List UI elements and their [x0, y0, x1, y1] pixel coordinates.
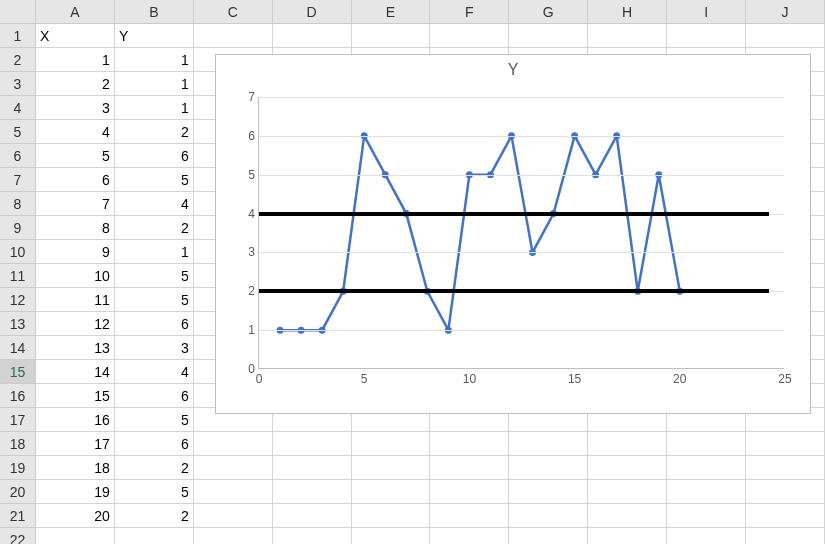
col-header-H[interactable]: H: [588, 0, 667, 24]
cell-C1[interactable]: [194, 24, 273, 48]
cell-D20[interactable]: [273, 480, 352, 504]
cell-B9[interactable]: 2: [115, 216, 194, 240]
cell-A6[interactable]: 5: [36, 144, 115, 168]
cell-A13[interactable]: 12: [36, 312, 115, 336]
cell-A5[interactable]: 4: [36, 120, 115, 144]
cell-J20[interactable]: [746, 480, 825, 504]
cell-A18[interactable]: 17: [36, 432, 115, 456]
cell-G19[interactable]: [509, 456, 588, 480]
select-all-corner[interactable]: [0, 0, 36, 24]
cell-B5[interactable]: 2: [115, 120, 194, 144]
row-header-5[interactable]: 5: [0, 120, 36, 144]
cell-A2[interactable]: 1: [36, 48, 115, 72]
cell-B10[interactable]: 1: [115, 240, 194, 264]
cell-B11[interactable]: 5: [115, 264, 194, 288]
cell-H22[interactable]: [588, 528, 667, 544]
cell-C20[interactable]: [194, 480, 273, 504]
row-header-11[interactable]: 11: [0, 264, 36, 288]
cell-B8[interactable]: 4: [115, 192, 194, 216]
cell-E20[interactable]: [352, 480, 431, 504]
cell-A3[interactable]: 2: [36, 72, 115, 96]
col-header-F[interactable]: F: [430, 0, 509, 24]
cell-J21[interactable]: [746, 504, 825, 528]
cell-A21[interactable]: 20: [36, 504, 115, 528]
cell-D19[interactable]: [273, 456, 352, 480]
cell-G21[interactable]: [509, 504, 588, 528]
cell-B13[interactable]: 6: [115, 312, 194, 336]
cell-J18[interactable]: [746, 432, 825, 456]
cell-B14[interactable]: 3: [115, 336, 194, 360]
cell-A20[interactable]: 19: [36, 480, 115, 504]
chart-container[interactable]: Y 012345670510152025: [215, 54, 811, 414]
cell-B7[interactable]: 5: [115, 168, 194, 192]
cell-H18[interactable]: [588, 432, 667, 456]
cell-B3[interactable]: 1: [115, 72, 194, 96]
col-header-E[interactable]: E: [352, 0, 431, 24]
cell-A15[interactable]: 14: [36, 360, 115, 384]
cell-F22[interactable]: [430, 528, 509, 544]
row-header-3[interactable]: 3: [0, 72, 36, 96]
cell-B21[interactable]: 2: [115, 504, 194, 528]
row-header-22[interactable]: 22: [0, 528, 36, 544]
col-header-C[interactable]: C: [194, 0, 273, 24]
cell-G1[interactable]: [509, 24, 588, 48]
cell-D22[interactable]: [273, 528, 352, 544]
row-header-10[interactable]: 10: [0, 240, 36, 264]
cell-A11[interactable]: 10: [36, 264, 115, 288]
cell-H1[interactable]: [588, 24, 667, 48]
cell-B19[interactable]: 2: [115, 456, 194, 480]
cell-B22[interactable]: [115, 528, 194, 544]
cell-E18[interactable]: [352, 432, 431, 456]
cell-J22[interactable]: [746, 528, 825, 544]
cell-A17[interactable]: 16: [36, 408, 115, 432]
cell-A16[interactable]: 15: [36, 384, 115, 408]
row-header-15[interactable]: 15: [0, 360, 36, 384]
cell-B6[interactable]: 6: [115, 144, 194, 168]
cell-F20[interactable]: [430, 480, 509, 504]
cell-B15[interactable]: 4: [115, 360, 194, 384]
col-header-B[interactable]: B: [115, 0, 194, 24]
row-header-19[interactable]: 19: [0, 456, 36, 480]
row-header-2[interactable]: 2: [0, 48, 36, 72]
cell-F18[interactable]: [430, 432, 509, 456]
row-header-14[interactable]: 14: [0, 336, 36, 360]
cell-I19[interactable]: [667, 456, 746, 480]
row-header-16[interactable]: 16: [0, 384, 36, 408]
cell-I1[interactable]: [667, 24, 746, 48]
row-header-8[interactable]: 8: [0, 192, 36, 216]
cell-H21[interactable]: [588, 504, 667, 528]
cell-C18[interactable]: [194, 432, 273, 456]
col-header-G[interactable]: G: [509, 0, 588, 24]
cell-E19[interactable]: [352, 456, 431, 480]
col-header-J[interactable]: J: [746, 0, 825, 24]
cell-A19[interactable]: 18: [36, 456, 115, 480]
row-header-12[interactable]: 12: [0, 288, 36, 312]
cell-D21[interactable]: [273, 504, 352, 528]
cell-I20[interactable]: [667, 480, 746, 504]
col-header-I[interactable]: I: [667, 0, 746, 24]
cell-A7[interactable]: 6: [36, 168, 115, 192]
cell-E1[interactable]: [352, 24, 431, 48]
cell-J1[interactable]: [746, 24, 825, 48]
cell-B1[interactable]: Y: [115, 24, 194, 48]
row-header-18[interactable]: 18: [0, 432, 36, 456]
cell-D18[interactable]: [273, 432, 352, 456]
row-header-13[interactable]: 13: [0, 312, 36, 336]
row-header-6[interactable]: 6: [0, 144, 36, 168]
cell-G20[interactable]: [509, 480, 588, 504]
cell-D1[interactable]: [273, 24, 352, 48]
cell-A8[interactable]: 7: [36, 192, 115, 216]
cell-A22[interactable]: [36, 528, 115, 544]
cell-G18[interactable]: [509, 432, 588, 456]
row-header-4[interactable]: 4: [0, 96, 36, 120]
cell-A4[interactable]: 3: [36, 96, 115, 120]
cell-I18[interactable]: [667, 432, 746, 456]
cell-B2[interactable]: 1: [115, 48, 194, 72]
cell-A10[interactable]: 9: [36, 240, 115, 264]
cell-B17[interactable]: 5: [115, 408, 194, 432]
cell-H19[interactable]: [588, 456, 667, 480]
cell-A1[interactable]: X: [36, 24, 115, 48]
cell-A9[interactable]: 8: [36, 216, 115, 240]
col-header-A[interactable]: A: [36, 0, 115, 24]
row-header-21[interactable]: 21: [0, 504, 36, 528]
